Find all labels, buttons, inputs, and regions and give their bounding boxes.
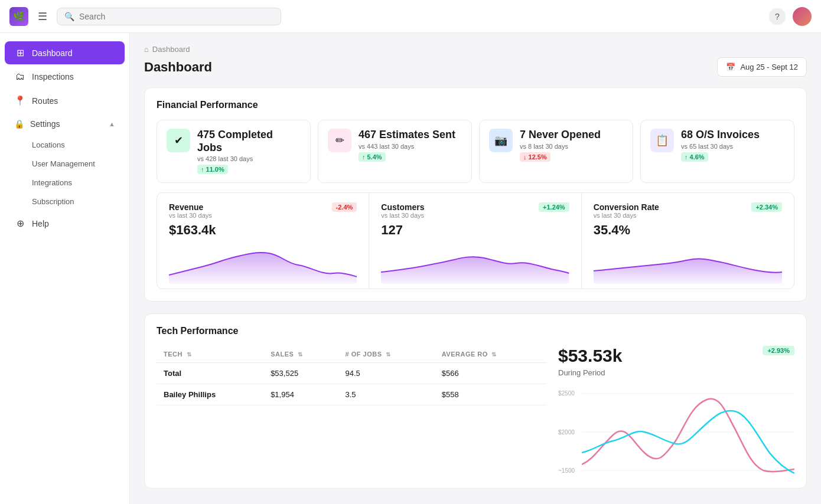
table-row: Bailey Phillips $1,954 3.5 $558 — [157, 384, 546, 405]
tech-col-avg-ro: AVERAGE RO ⇅ — [435, 346, 546, 363]
main-content: ⌂ Dashboard Dashboard 📅 Aug 25 - Sept 12… — [130, 33, 821, 504]
sort-icon-sales[interactable]: ⇅ — [298, 351, 303, 358]
layout: ⊞ Dashboard 🗂 Inspections 📍 Routes 🔒 Set… — [0, 33, 821, 504]
completed-jobs-change: ↑ 11.0% — [197, 165, 228, 174]
completed-jobs-value: 475 Completed Jobs — [197, 129, 301, 154]
sidebar-settings-sub: Locations User Management Integrations S… — [0, 136, 129, 211]
page-title: Dashboard — [144, 60, 212, 75]
sidebar-item-settings[interactable]: 🔒 Settings ▲ — [5, 113, 125, 135]
nav-right: ? — [769, 7, 812, 26]
row-bailey-tech: Bailey Phillips — [157, 384, 263, 405]
breadcrumb-text: Dashboard — [152, 45, 190, 54]
tech-section-title: Tech Performance — [157, 326, 794, 336]
tech-table: TECH ⇅ SALES ⇅ # OF JOBS ⇅ — [157, 346, 546, 405]
completed-jobs-icon: ✔ — [167, 129, 190, 152]
revenue-sparkline — [169, 243, 357, 284]
revenue-badge: -2.4% — [332, 202, 357, 212]
help-nav-icon: ⊕ — [14, 218, 26, 229]
search-input[interactable] — [79, 12, 273, 21]
row-total-avg-ro: $566 — [435, 363, 546, 384]
revenue-name: Revenue — [169, 202, 212, 212]
sort-icon-tech[interactable]: ⇅ — [187, 351, 192, 358]
date-range-button[interactable]: 📅 Aug 25 - Sept 12 — [717, 57, 807, 77]
conversion-rate-badge: +2.34% — [751, 202, 782, 212]
sidebar-sub-integrations[interactable]: Integrations — [5, 174, 125, 192]
customers-value: 127 — [381, 222, 569, 238]
tech-summary-badge: +2.93% — [763, 346, 794, 355]
conversion-rate-value: 35.4% — [594, 222, 782, 238]
app-logo: 🌿 — [9, 7, 28, 26]
estimates-value: 467 Estimates Sent — [359, 129, 462, 142]
search-box[interactable]: 🔍 — [57, 8, 281, 25]
os-invoices-icon: 📋 — [650, 129, 674, 152]
stat-card-never-opened: 📷 7 Never Opened vs 8 last 30 days ↓ 12.… — [479, 120, 633, 183]
conversion-rate-chart-cell: Conversion Rate vs last 30 days +2.34% 3… — [582, 193, 794, 289]
settings-icon: 🔒 — [14, 119, 24, 129]
routes-icon: 📍 — [14, 95, 26, 106]
revenue-value: $163.4k — [169, 222, 357, 238]
customers-name: Customers — [381, 202, 424, 212]
home-icon: ⌂ — [144, 45, 149, 54]
customers-chart-cell: Customers vs last 30 days +1.24% 127 — [369, 193, 581, 289]
never-opened-label: vs 8 last 30 days — [520, 143, 623, 150]
conversion-rate-header: Conversion Rate vs last 30 days +2.34% — [594, 202, 782, 221]
sidebar-item-routes[interactable]: 📍 Routes — [5, 89, 125, 112]
sidebar-item-help[interactable]: ⊕ Help — [5, 212, 125, 235]
chart-row: Revenue vs last 30 days -2.4% $163.4k — [157, 192, 794, 289]
never-opened-change: ↓ 12.5% — [520, 152, 550, 162]
sidebar-sub-subscription[interactable]: Subscription — [5, 192, 125, 211]
dashboard-icon: ⊞ — [14, 47, 26, 58]
inspections-icon: 🗂 — [14, 71, 26, 82]
tech-summary-panel: $53.53k During Period +2.93% $2500 $2000… — [558, 346, 794, 476]
y-label-2500: $2500 — [558, 390, 575, 397]
row-bailey-jobs: 3.5 — [338, 384, 435, 405]
avatar[interactable] — [793, 7, 812, 26]
stat-card-os-invoices: 📋 68 O/S Invoices vs 65 last 30 days ↑ 4… — [640, 120, 794, 183]
sort-icon-avg-ro[interactable]: ⇅ — [491, 351, 497, 358]
sidebar: ⊞ Dashboard 🗂 Inspections 📍 Routes 🔒 Set… — [0, 33, 130, 504]
top-navigation: 🌿 ☰ 🔍 ? — [0, 0, 821, 33]
completed-jobs-body: 475 Completed Jobs vs 428 last 30 days ↑… — [197, 129, 301, 174]
sidebar-sub-locations[interactable]: Locations — [5, 136, 125, 154]
sidebar-item-inspections[interactable]: 🗂 Inspections — [5, 66, 125, 88]
calendar-icon: 📅 — [726, 63, 735, 71]
y-label-2000: $2000 — [558, 429, 575, 436]
financial-performance-section: Financial Performance ✔ 475 Completed Jo… — [144, 87, 807, 302]
never-opened-icon: 📷 — [489, 129, 513, 152]
tech-performance-section: Tech Performance TECH ⇅ SALES — [144, 313, 807, 489]
customers-header: Customers vs last 30 days +1.24% — [381, 202, 569, 221]
search-icon: 🔍 — [64, 12, 74, 21]
row-total-tech: Total — [157, 363, 263, 384]
revenue-sub: vs last 30 days — [169, 212, 212, 219]
os-invoices-value: 68 O/S Invoices — [681, 129, 784, 142]
tech-summary-label: During Period — [558, 368, 622, 377]
revenue-header: Revenue vs last 30 days -2.4% — [169, 202, 357, 221]
row-bailey-sales: $1,954 — [263, 384, 338, 405]
tech-col-tech: TECH ⇅ — [157, 346, 263, 363]
conversion-rate-sub: vs last 30 days — [594, 212, 659, 219]
stat-card-completed-jobs: ✔ 475 Completed Jobs vs 428 last 30 days… — [157, 120, 311, 183]
customers-sparkline — [381, 243, 569, 284]
never-opened-value: 7 Never Opened — [520, 129, 623, 142]
menu-icon[interactable]: ☰ — [38, 10, 47, 23]
revenue-chart-cell: Revenue vs last 30 days -2.4% $163.4k — [157, 193, 369, 289]
sort-icon-jobs[interactable]: ⇅ — [386, 351, 391, 358]
y-label-1500: ~1500 — [558, 467, 575, 474]
tech-summary-value: $53.53k — [558, 346, 622, 366]
os-invoices-label: vs 65 last 30 days — [681, 143, 784, 150]
tech-col-jobs: # OF JOBS ⇅ — [338, 346, 435, 363]
help-icon[interactable]: ? — [769, 8, 786, 25]
never-opened-body: 7 Never Opened vs 8 last 30 days ↓ 12.5% — [520, 129, 623, 162]
tech-line-chart: $2500 $2000 ~1500 — [558, 388, 794, 476]
sidebar-item-dashboard[interactable]: ⊞ Dashboard — [5, 41, 125, 64]
estimates-body: 467 Estimates Sent vs 443 last 30 days ↑… — [359, 129, 462, 162]
date-range-label: Aug 25 - Sept 12 — [740, 63, 798, 71]
conversion-rate-name: Conversion Rate — [594, 202, 659, 212]
row-bailey-avg-ro: $558 — [435, 384, 546, 405]
breadcrumb: ⌂ Dashboard — [144, 45, 807, 54]
sidebar-sub-user-management[interactable]: User Management — [5, 155, 125, 173]
completed-jobs-label: vs 428 last 30 days — [197, 155, 301, 162]
stat-card-estimates-sent: ✏ 467 Estimates Sent vs 443 last 30 days… — [318, 120, 472, 183]
tech-grid: TECH ⇅ SALES ⇅ # OF JOBS ⇅ — [157, 346, 794, 476]
tech-col-sales: SALES ⇅ — [263, 346, 338, 363]
